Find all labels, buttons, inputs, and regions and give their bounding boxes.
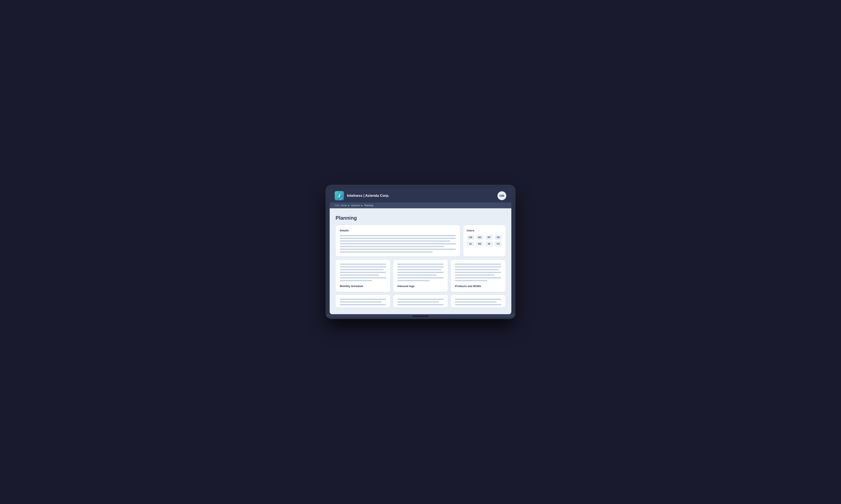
ms-line-7 xyxy=(340,280,372,281)
module-card-monthly-schedule[interactable]: Monthly Schedule xyxy=(336,260,390,292)
pc2-line-2 xyxy=(397,301,439,303)
main-content: Planning Details Users xyxy=(330,208,511,314)
pb-line-2 xyxy=(455,266,501,268)
il-line-7 xyxy=(397,280,430,281)
module-card-products-boms[interactable]: Products and BOMs xyxy=(451,260,505,292)
pb-line-7 xyxy=(455,280,487,281)
breadcrumb-sep-1: ▶ xyxy=(348,204,350,206)
inbound-logs-lines xyxy=(397,264,444,281)
pc3-line-2 xyxy=(455,301,497,303)
text-line-4 xyxy=(340,243,456,245)
partial-card-2-lines xyxy=(397,299,444,305)
module-card-inbound-logs-content xyxy=(397,264,444,281)
partial-card-2[interactable] xyxy=(393,295,448,307)
pc1-line-3 xyxy=(340,304,386,305)
users-grid: GM MG RP DB SZ MD MI DV xyxy=(467,235,502,246)
user-badge-mg[interactable]: MG xyxy=(476,235,484,240)
details-text-lines xyxy=(340,235,456,253)
app-title: Intelness | Azienda Corp. xyxy=(347,194,389,198)
user-badge-gm[interactable]: GM xyxy=(467,235,474,240)
module-card-inbound-logs-label: Inbound logs xyxy=(397,285,444,288)
ms-line-6 xyxy=(340,277,386,278)
user-badge-sz[interactable]: SZ xyxy=(467,241,474,246)
bottom-cards xyxy=(336,295,505,307)
text-line-2 xyxy=(340,238,456,239)
ms-line-4 xyxy=(340,272,386,273)
page-title: Planning xyxy=(336,215,505,221)
breadcrumb-path-label: Path xyxy=(335,204,340,206)
module-card-monthly-schedule-label: Monthly Schedule xyxy=(340,285,386,288)
user-badge-md[interactable]: MD xyxy=(476,241,484,246)
partial-card-1[interactable] xyxy=(336,295,390,307)
il-line-5 xyxy=(397,274,437,276)
il-line-6 xyxy=(397,277,444,278)
pc1-line-1 xyxy=(340,299,386,300)
partial-card-1-lines xyxy=(340,299,386,305)
users-card: Users GM MG RP DB SZ MD MI DV xyxy=(463,225,505,256)
top-row: Details Users GM MG xyxy=(336,225,505,256)
il-line-3 xyxy=(397,269,441,270)
pc3-line-1 xyxy=(455,299,501,300)
users-card-title: Users xyxy=(467,229,502,232)
user-badge-dv[interactable]: DV xyxy=(495,241,502,246)
pc2-line-3 xyxy=(397,304,444,305)
laptop-screen: i Intelness | Azienda Corp. GM Path Home… xyxy=(330,189,511,314)
il-line-2 xyxy=(397,266,444,268)
ms-line-3 xyxy=(340,269,384,270)
module-card-products-boms-content xyxy=(455,264,501,281)
app-header: i Intelness | Azienda Corp. GM xyxy=(330,189,511,202)
il-line-1 xyxy=(397,264,444,265)
details-card-title: Details xyxy=(340,229,456,232)
text-line-7 xyxy=(340,251,433,253)
ms-line-2 xyxy=(340,266,386,268)
breadcrumb-systems[interactable]: Systems xyxy=(351,204,360,206)
breadcrumb-planning: Planning xyxy=(364,204,373,206)
header-left: i Intelness | Azienda Corp. xyxy=(335,191,389,200)
monthly-schedule-lines xyxy=(340,264,386,281)
user-avatar[interactable]: GM xyxy=(497,191,506,200)
ms-line-1 xyxy=(340,264,386,265)
pb-line-4 xyxy=(455,272,501,273)
pb-line-1 xyxy=(455,264,501,265)
pb-line-6 xyxy=(455,277,501,278)
pb-line-5 xyxy=(455,274,494,276)
breadcrumb-home[interactable]: Home xyxy=(341,204,347,206)
user-badge-db[interactable]: DB xyxy=(495,235,502,240)
laptop-frame: i Intelness | Azienda Corp. GM Path Home… xyxy=(326,185,515,319)
partial-card-3-lines xyxy=(455,299,501,305)
user-badge-rp[interactable]: RP xyxy=(485,235,493,240)
pc1-line-2 xyxy=(340,301,381,303)
text-line-6 xyxy=(340,249,456,250)
breadcrumb-sep-2: ▶ xyxy=(361,204,363,206)
il-line-4 xyxy=(397,272,444,273)
text-line-3 xyxy=(340,240,450,242)
text-line-1 xyxy=(340,235,456,236)
user-badge-mi[interactable]: MI xyxy=(485,241,493,246)
text-line-5 xyxy=(340,246,444,247)
module-cards-grid: Monthly Schedule xyxy=(336,260,505,292)
pc2-line-1 xyxy=(397,299,444,300)
laptop-base xyxy=(326,314,515,319)
products-boms-lines xyxy=(455,264,501,281)
laptop-notch xyxy=(412,316,429,317)
ms-line-5 xyxy=(340,274,379,276)
module-card-monthly-schedule-content xyxy=(340,264,386,281)
pc3-line-3 xyxy=(455,304,501,305)
details-card: Details xyxy=(336,225,460,256)
breadcrumb-bar: Path Home ▶ Systems ▶ Planning xyxy=(330,202,511,208)
module-card-inbound-logs[interactable]: Inbound logs xyxy=(393,260,448,292)
partial-card-3[interactable] xyxy=(451,295,505,307)
pb-line-3 xyxy=(455,269,499,270)
module-card-products-boms-label: Products and BOMs xyxy=(455,285,501,288)
app-logo: i xyxy=(335,191,344,200)
